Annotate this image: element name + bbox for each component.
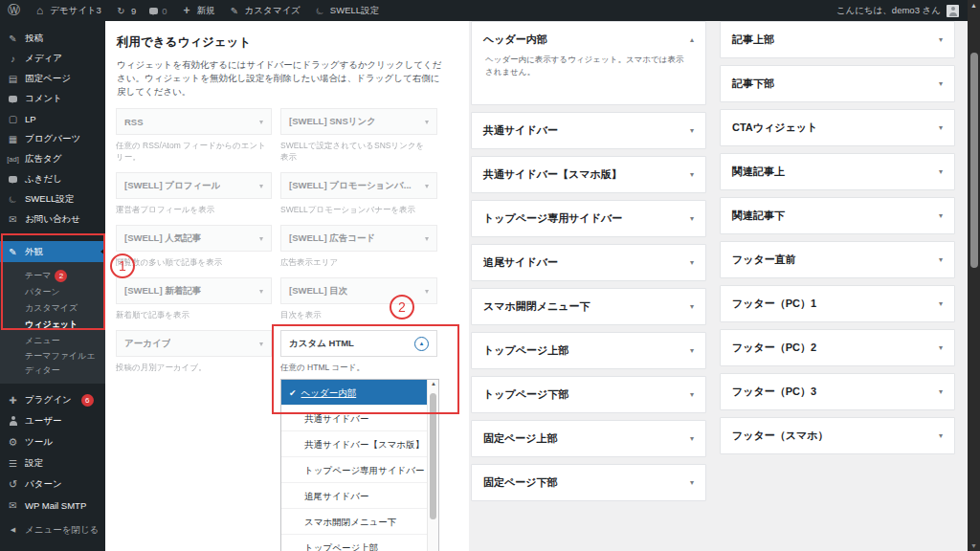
chevron-down-icon — [939, 123, 943, 132]
chevron-down-icon — [259, 287, 263, 296]
updates-count: 9 — [131, 6, 136, 16]
widget-archives-header[interactable]: アーカイブ — [116, 330, 272, 357]
lp-icon — [7, 114, 19, 125]
swell-settings-menu[interactable]: SWELL設定 — [314, 5, 379, 17]
widget-area-header-inner-description: ヘッダー内に表示するウィジェット。スマホでは表示されません。 — [472, 54, 702, 78]
widget-custom-html-open: カスタム HTML 任意の HTML コード。 ヘッダー内部 共通サイドバー 共… — [280, 330, 437, 551]
widget-profile: [SWELL] プロフィール 運営者プロフィールを表示 — [116, 172, 272, 215]
sidebar-item-swell-settings[interactable]: SWELL設定 — [0, 189, 105, 209]
sidebar-item-contact[interactable]: お問い合わせ — [0, 209, 105, 230]
chevron-down-icon — [939, 431, 943, 440]
widget-promotion-banner-header[interactable]: [SWELL] プロモーションバ... — [280, 172, 437, 199]
widget-new-posts-header[interactable]: [SWELL] 新着記事 — [116, 277, 272, 304]
widget-areas-column-1: ヘッダー内部 ヘッダー内に表示するウィジェット。スマホでは表示されません。 共通… — [471, 21, 706, 508]
speech-bubble-icon — [7, 174, 19, 186]
comments-menu[interactable]: 0 — [149, 6, 167, 16]
comments-count: 0 — [162, 6, 167, 16]
list-scrollbar[interactable] — [427, 380, 438, 551]
chevron-down-icon — [939, 343, 943, 352]
sidebar-item-settings[interactable]: 設定 — [0, 452, 105, 474]
collapse-menu-button[interactable]: メニューを閉じる — [0, 519, 105, 540]
destination-option-sticky-sidebar[interactable]: 追尾サイドバー — [281, 483, 428, 509]
chevron-down-icon — [259, 118, 263, 126]
themes-update-badge: 2 — [55, 270, 67, 282]
widget-rss-header[interactable]: RSS — [116, 108, 272, 135]
site-name-menu[interactable]: デモサイト3 — [33, 5, 101, 17]
widget-area-related-above: 関連記事上 — [720, 153, 955, 190]
widget-area-post-top: 記事上部 — [720, 21, 955, 58]
page-scrollbar[interactable] — [968, 0, 980, 551]
destination-option-sp-menu-under[interactable]: スマホ開閉メニュー下 — [281, 509, 428, 535]
comments-icon — [149, 8, 158, 14]
widget-profile-header[interactable]: [SWELL] プロフィール — [116, 172, 272, 199]
updates-menu[interactable]: 9 — [115, 5, 136, 16]
sidebar-item-posts[interactable]: 投稿 — [0, 29, 105, 49]
sidebar-item-tools[interactable]: ツール — [0, 431, 105, 452]
destination-option-top-page-upper[interactable]: トップページ上部 — [281, 535, 428, 551]
user-greeting[interactable]: こんにちは、demo3 さん — [836, 5, 941, 17]
widget-area-header-inner-toggle[interactable]: ヘッダー内部 — [472, 22, 705, 57]
chevron-down-icon — [690, 478, 694, 487]
sidebar-item-blog-parts[interactable]: ブログパーツ — [0, 129, 105, 149]
sidebar-item-wp-mail-smtp[interactable]: WP Mail SMTP — [0, 495, 105, 516]
wordpress-logo-menu[interactable] — [8, 5, 20, 16]
chevron-up-circle-icon[interactable] — [414, 337, 429, 351]
sidebar-item-users[interactable]: ユーザー — [0, 410, 105, 431]
scroll-down-icon[interactable] — [968, 542, 980, 549]
widget-toc-description: 目次を表示 — [280, 309, 437, 320]
destination-option-header-inner[interactable]: ヘッダー内部 — [281, 380, 428, 406]
widget-sns-link-header[interactable]: [SWELL] SNSリンク — [280, 108, 437, 135]
submenu-item-menus[interactable]: メニュー — [0, 333, 105, 349]
sidebar-item-appearance[interactable]: 外観 — [0, 241, 105, 262]
sidebar-item-plugins[interactable]: プラグイン6 — [0, 389, 105, 410]
widget-popular-posts-description: 閲覧数の多い順で記事を表示 — [116, 256, 272, 268]
chevron-down-icon — [259, 340, 263, 348]
chevron-down-icon — [425, 234, 429, 243]
destination-option-common-sidebar-sp[interactable]: 共通サイドバー【スマホ版】 — [281, 431, 428, 457]
scroll-up-icon[interactable] — [428, 381, 439, 386]
customize-menu[interactable]: カスタマイズ — [229, 5, 301, 17]
customize-icon — [229, 5, 241, 16]
submenu-item-themes[interactable]: テーマ2 — [0, 268, 105, 284]
widget-toc-header[interactable]: [SWELL] 目次 — [280, 277, 437, 304]
chevron-up-icon — [690, 35, 694, 44]
page-scrollbar-thumb[interactable] — [970, 53, 978, 268]
submenu-item-theme-file-editor[interactable]: テーマファイルエディター — [0, 349, 105, 378]
chevron-down-icon — [690, 434, 694, 443]
widget-area-common-sidebar: 共通サイドバー — [471, 112, 706, 149]
submenu-item-customize[interactable]: カスタマイズ — [0, 300, 105, 317]
destination-option-common-sidebar[interactable]: 共通サイドバー — [281, 406, 428, 431]
sidebar-item-lp[interactable]: LP — [0, 109, 105, 129]
sidebar-item-pages[interactable]: 固定ページ — [0, 69, 105, 89]
destination-option-top-page-sidebar[interactable]: トップページ専用サイドバー — [281, 457, 428, 483]
avatar[interactable] — [947, 5, 959, 17]
scroll-up-icon[interactable] — [968, 2, 980, 9]
widget-popular-posts-header[interactable]: [SWELL] 人気記事 — [116, 225, 272, 252]
widget-area-top-page-lower: トップページ下部 — [471, 376, 706, 413]
new-content-menu[interactable]: 新規 — [181, 5, 215, 17]
sidebar-item-comments[interactable]: コメント — [0, 89, 105, 109]
widget-area-common-sidebar-sp: 共通サイドバー【スマホ版】 — [471, 156, 706, 193]
submenu-item-widgets[interactable]: ウィジェット — [0, 317, 105, 333]
chevron-down-icon — [425, 118, 429, 126]
sidebar-item-fukidashi[interactable]: ふきだし — [0, 169, 105, 189]
widget-area-cta: CTAウィジェット — [720, 109, 955, 146]
widget-sns-link-description: SWELLで設定されているSNSリンクを表示 — [280, 140, 437, 163]
plugins-update-badge: 6 — [81, 394, 94, 407]
chevron-down-icon — [939, 255, 943, 264]
sidebar-item-media[interactable]: メディア — [0, 49, 105, 69]
chevron-down-icon — [690, 170, 694, 179]
sidebar-item-ad-tag[interactable]: 広告タグ — [0, 149, 105, 169]
widget-rss-description: 任意の RSS/Atom フィードからのエントリー。 — [116, 140, 272, 163]
chevron-down-icon — [690, 214, 694, 223]
widget-custom-html-header[interactable]: カスタム HTML — [280, 330, 437, 357]
sidebar-item-patterns[interactable]: パターン — [0, 474, 105, 495]
widget-promotion-banner-description: SWELLプロモーションバナーを表示 — [280, 204, 437, 215]
wordpress-logo-icon — [8, 5, 20, 16]
list-scrollbar-thumb[interactable] — [430, 393, 436, 519]
submenu-item-patterns[interactable]: パターン — [0, 284, 105, 300]
widget-ad-code-header[interactable]: [SWELL] 広告コード — [280, 225, 437, 252]
widget-area-before-footer: フッター直前 — [720, 241, 955, 278]
widget-popular-posts: [SWELL] 人気記事 閲覧数の多い順で記事を表示 — [116, 225, 272, 268]
ad-tag-icon — [7, 154, 19, 165]
